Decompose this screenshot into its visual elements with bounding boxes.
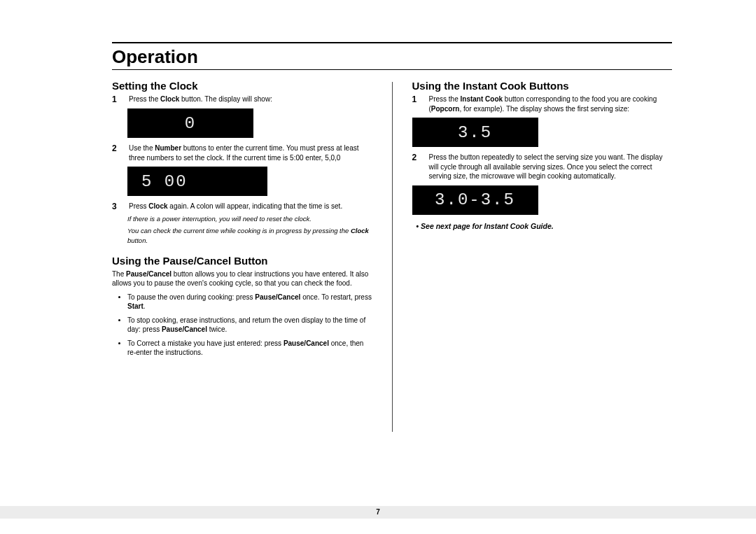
right-column: Using the Instant Cook Buttons 1 Press t… [412, 76, 673, 426]
text: button. [127, 237, 148, 244]
section-pause-cancel: Using the Pause/Cancel Button [112, 255, 372, 267]
under-rule [112, 69, 672, 70]
text: To Correct a mistake you have just enter… [127, 339, 284, 347]
bold-word: Number [155, 144, 181, 152]
bold-word: Pause/Cancel [162, 325, 207, 333]
step-text: Press Clock again. A colon will appear, … [129, 202, 372, 211]
page-number: 7 [376, 508, 380, 516]
text: twice. [207, 325, 227, 333]
columns: Setting the Clock 1 Press the Clock butt… [112, 76, 672, 426]
step-number: 2 [412, 153, 422, 181]
lcd-display-35: 3.5 [412, 118, 538, 147]
see-next-note: See next page for Instant Cook Guide. [416, 222, 673, 230]
note-check-time: You can check the current time while coo… [127, 226, 372, 245]
step-number: 1 [112, 94, 122, 104]
text: You can check the current time while coo… [127, 227, 351, 234]
text: To pause the oven during cooking: press [127, 293, 255, 301]
text: . [144, 302, 146, 310]
instant-step-1: 1 Press the Instant Cook button correspo… [412, 94, 673, 113]
text: Press [129, 202, 148, 210]
lcd-display-500: 5 00 [127, 167, 267, 196]
bullet-pause: To pause the oven during cooking: press … [127, 293, 372, 311]
bold-word: Instant Cook [461, 95, 503, 103]
step-text: Press the Clock button. The display will… [129, 94, 372, 104]
instant-step-2: 2 Press the button repeatedly to select … [412, 153, 673, 181]
pause-cancel-intro: The Pause/Cancel button allows you to cl… [112, 269, 372, 288]
note-power-interruption: If there is a power interruption, you wi… [127, 214, 372, 223]
bullet-correct: To Correct a mistake you have just enter… [127, 339, 372, 358]
bold-word: Pause/Cancel [284, 339, 329, 347]
step-number: 1 [412, 94, 422, 113]
text: button. The display will show: [179, 95, 272, 103]
text: Press the [129, 95, 160, 103]
manual-page: Operation Setting the Clock 1 Press the … [0, 0, 756, 534]
text: Press the [429, 95, 461, 103]
lcd-display-range: 3.0-3.5 [412, 185, 538, 215]
bold-word: Clock [351, 227, 369, 234]
text: The [112, 270, 126, 278]
lcd-display-zero: 0 [127, 108, 253, 138]
bold-word: Pause/Cancel [255, 293, 300, 301]
section-setting-clock: Setting the Clock [112, 80, 372, 92]
text: , for example). The display shows the fi… [459, 105, 629, 113]
top-rule [112, 42, 672, 43]
bold-word: Popcorn [431, 105, 460, 113]
text: Use the [129, 144, 155, 152]
column-divider [392, 82, 393, 432]
text: once. To restart, press [300, 293, 372, 301]
clock-step-2: 2 Use the Number buttons to enter the cu… [112, 143, 372, 162]
bold-word: Pause/Cancel [126, 270, 172, 278]
step-number: 2 [112, 143, 122, 162]
step-text: Press the button repeatedly to select th… [429, 153, 673, 181]
text: again. A colon will appear, indicating t… [168, 202, 343, 210]
bold-word: Start [127, 302, 144, 310]
clock-step-3: 3 Press Clock again. A colon will appear… [112, 202, 372, 211]
step-number: 3 [112, 202, 122, 211]
page-title: Operation [112, 46, 672, 68]
page-footer: 7 [0, 506, 756, 519]
pause-cancel-bullets: To pause the oven during cooking: press … [119, 293, 372, 358]
left-column: Setting the Clock 1 Press the Clock butt… [112, 76, 372, 426]
section-instant-cook: Using the Instant Cook Buttons [412, 80, 673, 92]
clock-step-1: 1 Press the Clock button. The display wi… [112, 94, 372, 104]
step-text: Use the Number buttons to enter the curr… [129, 143, 372, 162]
bold-word: Clock [160, 95, 179, 103]
step-text: Press the Instant Cook button correspond… [429, 94, 673, 113]
bold-word: Clock [148, 202, 167, 210]
bullet-stop: To stop cooking, erase instructions, and… [127, 316, 372, 335]
